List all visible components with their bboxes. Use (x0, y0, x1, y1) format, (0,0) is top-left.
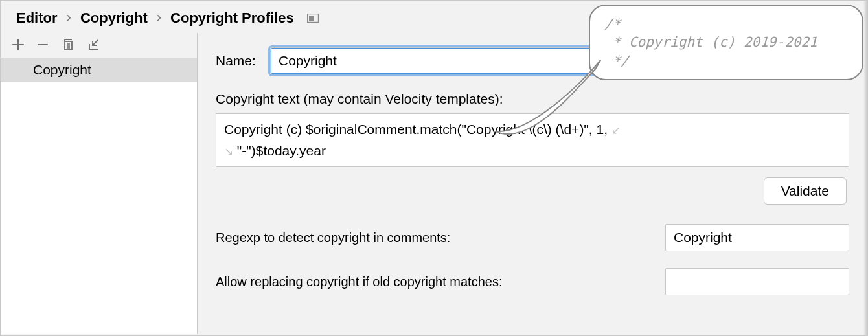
sidebar-toolbar (1, 33, 197, 58)
validate-button[interactable]: Validate (764, 177, 847, 205)
name-label: Name: (216, 53, 270, 69)
settings-panel: Editor › Copyright › Copyright Profiles (0, 0, 868, 336)
preview-callout: /* * Copyright (c) 2019-2021 */ (589, 5, 863, 80)
list-item[interactable]: Copyright (1, 58, 197, 82)
import-icon[interactable] (87, 38, 100, 51)
breadcrumb-separator: › (157, 9, 161, 26)
svg-rect-1 (309, 16, 314, 21)
profiles-list[interactable]: Copyright (1, 58, 197, 334)
regexp-label: Regexp to detect copyright in comments: (216, 230, 665, 245)
breadcrumb-editor[interactable]: Editor (16, 10, 58, 27)
profiles-sidebar: Copyright (1, 33, 198, 334)
soft-wrap-continue-icon: ↘ (224, 146, 233, 157)
window-layout-icon[interactable] (307, 14, 319, 23)
remove-icon[interactable] (37, 39, 49, 50)
add-icon[interactable] (12, 39, 24, 50)
breadcrumb-separator: › (67, 9, 71, 26)
copy-icon[interactable] (62, 38, 74, 51)
copyright-text-line: "-")$today.year (237, 143, 326, 158)
breadcrumb-copyright-profiles[interactable]: Copyright Profiles (170, 10, 294, 27)
regexp-input[interactable] (665, 224, 849, 251)
breadcrumb-copyright[interactable]: Copyright (80, 10, 148, 27)
allow-replace-label: Allow replacing copyright if old copyrig… (216, 274, 665, 289)
allow-replace-input[interactable] (665, 268, 849, 295)
